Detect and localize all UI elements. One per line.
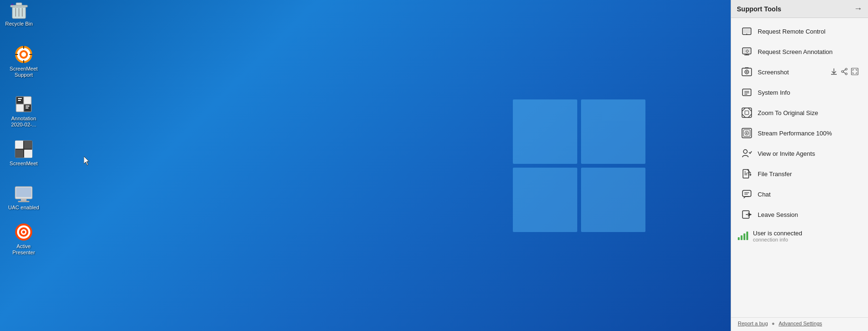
file-transfer-label: File Transfer [758,170,792,178]
support-panel: Support Tools → Request Remote Control [731,0,868,331]
agents-icon [741,147,753,160]
signal-bar-1 [738,237,740,240]
view-invite-agents-label: View or Invite Agents [758,150,815,157]
connection-status-sub: connection info [753,237,802,242]
panel-expand-arrow[interactable]: → [854,4,862,14]
stream-performance-label: Stream Performance 100% [758,130,832,137]
svg-rect-6 [11,4,13,5]
request-screen-annotation-label: Request Screen Annotation [758,48,832,55]
svg-rect-76 [743,190,751,197]
uac-enabled-icon[interactable]: UAC enabled [5,184,43,211]
svg-rect-72 [743,170,749,178]
screenshot-expand-icon[interactable] [851,68,859,77]
svg-rect-61 [742,108,752,117]
signal-bars-icon [738,231,748,240]
svg-line-55 [843,72,845,73]
signal-bar-4 [746,232,748,240]
recycle-bin-icon[interactable]: Recycle Bin [0,0,38,27]
leave-session-label: Leave Session [758,211,798,218]
advanced-settings-link[interactable]: Advanced Settings [779,321,822,326]
windows-logo [513,99,645,232]
svg-line-54 [843,70,845,71]
stream-performance-item[interactable]: Stream Performance 100% [734,123,865,143]
screenmeet-icon[interactable]: ScreenMeet [5,140,43,167]
remote-control-icon [741,25,753,37]
signal-bar-3 [743,233,745,240]
screenshot-download-icon[interactable] [830,68,838,77]
svg-rect-66 [745,111,749,115]
screenshot-share-icon[interactable] [841,68,848,77]
connection-status-text: User is connected connection info [753,230,802,242]
chat-item[interactable]: Chat [734,184,865,204]
svg-rect-26 [24,150,32,158]
active-presenter-icon[interactable]: ActivePresenter [5,223,43,256]
win-pane-bl [513,168,577,232]
request-remote-control-label: Request Remote Control [758,28,825,35]
svg-rect-49 [745,67,749,69]
signal-bar-2 [741,235,743,240]
svg-point-52 [841,71,843,72]
request-remote-control-item[interactable]: Request Remote Control [734,21,865,41]
desktop-area: Recycle Bin ScreenMeetSupport [0,0,731,331]
leave-session-icon [741,208,753,221]
zoom-original-item[interactable]: Zoom To Original Size [734,103,865,123]
svg-point-37 [22,231,25,233]
win-pane-tr [581,99,645,164]
screenmeet-support-icon[interactable]: ScreenMeetSupport [5,45,43,78]
screenshot-extra-icons [830,68,859,77]
svg-rect-27 [24,141,32,149]
chat-icon [741,188,753,200]
svg-rect-28 [15,150,23,158]
svg-rect-56 [851,68,858,75]
footer-separator: ● [772,321,775,326]
svg-point-71 [743,150,747,153]
mouse-cursor [84,156,89,165]
win-pane-tl [513,99,577,164]
stream-performance-icon [741,127,753,139]
report-bug-link[interactable]: Report a bug [738,321,768,326]
svg-rect-57 [743,89,751,96]
request-screen-annotation-item[interactable]: Request Screen Annotation [734,42,865,62]
connection-status-main: User is connected [753,230,802,237]
screenshot-icon [741,66,753,78]
system-info-icon [741,86,753,98]
svg-rect-30 [16,188,31,197]
file-transfer-icon [741,168,753,180]
leave-session-item[interactable]: Leave Session [734,205,865,224]
svg-point-41 [746,34,747,35]
chat-label: Chat [758,191,770,198]
system-info-label: System Info [758,89,790,96]
panel-header: Support Tools → [731,0,868,18]
annotation-icon[interactable]: Annotation2020-02-... [5,95,43,128]
file-transfer-item[interactable]: File Transfer [734,164,865,184]
svg-rect-18 [24,97,31,104]
panel-title: Support Tools [737,5,781,13]
svg-rect-32 [18,201,29,202]
screenshot-item[interactable]: Screenshot [734,62,865,82]
win-pane-br [581,168,645,232]
svg-rect-2 [10,5,27,7]
svg-rect-25 [15,141,23,149]
screenshot-label: Screenshot [758,69,828,76]
svg-point-48 [746,71,748,73]
svg-rect-19 [16,104,24,112]
svg-point-70 [746,133,748,134]
svg-rect-40 [743,29,750,33]
svg-rect-31 [21,199,27,201]
panel-footer: Report a bug ● Advanced Settings [731,317,868,331]
system-info-item[interactable]: System Info [734,82,865,102]
panel-items-list: Request Remote Control Request Screen An… [731,18,868,317]
zoom-original-label: Zoom To Original Size [758,109,818,116]
svg-marker-38 [84,156,89,165]
zoom-icon [741,107,753,119]
view-invite-agents-item[interactable]: View or Invite Agents [734,143,865,163]
screen-annotation-icon [741,45,753,58]
connection-status: User is connected connection info [731,225,868,245]
svg-point-53 [845,73,847,75]
svg-point-51 [845,68,847,70]
svg-point-10 [21,52,26,57]
